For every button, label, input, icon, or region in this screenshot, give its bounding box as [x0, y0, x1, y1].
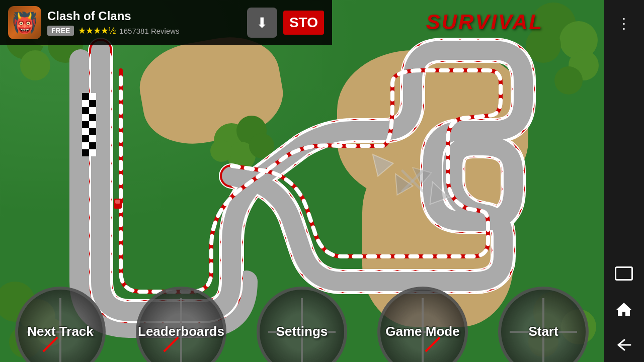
- svg-rect-21: [82, 93, 89, 100]
- android-nav-icons: [615, 266, 633, 352]
- svg-rect-26: [89, 107, 96, 114]
- game-mode-label: Game Mode: [385, 324, 459, 339]
- game-mode-button[interactable]: Game Mode: [372, 304, 473, 359]
- svg-rect-29: [82, 121, 89, 128]
- settings-button[interactable]: Settings: [252, 304, 352, 359]
- svg-rect-31: [82, 128, 89, 135]
- svg-rect-23: [82, 100, 89, 107]
- next-track-button[interactable]: Next Track: [10, 304, 111, 359]
- svg-rect-27: [82, 114, 89, 121]
- app-icon-image: 👹: [12, 11, 37, 35]
- ad-banner[interactable]: 👹 Clash of Clans FREE ★★★★½ 1657381 Revi…: [0, 0, 332, 45]
- star-rating: ★★★★½: [78, 25, 115, 36]
- free-badge: FREE: [47, 26, 74, 36]
- svg-rect-30: [89, 121, 96, 128]
- svg-marker-42: [387, 169, 413, 195]
- app-icon: 👹: [8, 6, 41, 39]
- leaderboards-button[interactable]: Leader­boards: [131, 304, 231, 359]
- bottom-navigation: Next Track Leader­boards Settings Game M…: [0, 302, 604, 362]
- game-area: SURVIVAL Next Track Leader­boards Settin…: [0, 0, 604, 362]
- android-sidebar: ⋮: [604, 0, 644, 362]
- app-meta: FREE ★★★★½ 1657381 Reviews: [47, 25, 180, 36]
- sto-badge: STO: [283, 11, 324, 35]
- home-button[interactable]: [615, 301, 632, 318]
- svg-marker-41: [365, 148, 393, 176]
- svg-point-20: [210, 140, 232, 162]
- back-icon: [615, 338, 632, 352]
- survival-text: SURVIVAL: [426, 10, 543, 34]
- back-button[interactable]: [615, 338, 632, 352]
- svg-point-8: [554, 66, 583, 95]
- svg-rect-28: [89, 114, 96, 121]
- svg-rect-37: [82, 149, 89, 156]
- android-menu-button[interactable]: ⋮: [612, 10, 636, 37]
- download-button[interactable]: ⬇: [247, 8, 277, 38]
- svg-rect-38: [89, 149, 96, 156]
- svg-rect-32: [89, 128, 96, 135]
- download-icon: ⬇: [256, 15, 268, 31]
- svg-rect-24: [89, 100, 96, 107]
- recent-apps-button[interactable]: [615, 266, 633, 281]
- leaderboards-label: Leader­boards: [138, 324, 224, 339]
- svg-rect-22: [89, 93, 96, 100]
- svg-rect-36: [89, 142, 96, 149]
- home-icon: [615, 301, 632, 318]
- start-label: Start: [528, 324, 558, 339]
- svg-point-3: [20, 50, 50, 80]
- start-button[interactable]: Start: [493, 304, 594, 359]
- app-title: Clash of Clans: [47, 9, 180, 23]
- ad-info: Clash of Clans FREE ★★★★½ 1657381 Review…: [47, 9, 180, 36]
- svg-rect-34: [89, 135, 96, 142]
- svg-rect-25: [82, 107, 89, 114]
- recent-apps-icon: [615, 266, 633, 281]
- svg-rect-40: [115, 200, 120, 204]
- svg-rect-35: [82, 142, 89, 149]
- svg-marker-47: [616, 303, 631, 316]
- next-track-label: Next Track: [27, 324, 94, 339]
- review-count: 1657381 Reviews: [119, 27, 179, 35]
- settings-label: Settings: [276, 324, 328, 339]
- svg-rect-33: [82, 135, 89, 142]
